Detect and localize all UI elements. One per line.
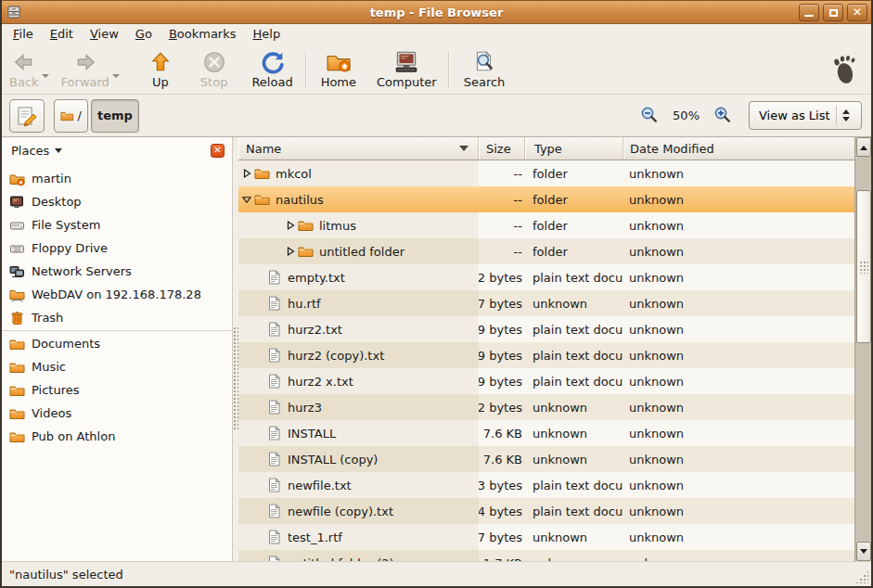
shared-folder-icon [9, 288, 25, 302]
file-row[interactable]: litmus -- folder unknown [238, 212, 854, 238]
forward-history-dropdown[interactable] [109, 46, 122, 93]
back-button[interactable]: Back [9, 46, 39, 93]
search-button[interactable]: Search [464, 46, 506, 93]
menu-bookmarks[interactable]: Bookmarks [160, 24, 245, 45]
file-row[interactable]: newfile.txt 3 bytes plain text document … [238, 472, 854, 498]
vertical-scrollbar[interactable] [854, 137, 871, 561]
sidebar-place-item[interactable]: Network Servers [2, 260, 232, 283]
file-type: plain text document [525, 472, 623, 498]
file-list: Name Size Type Date Modified mkcol -- fo… [238, 137, 854, 561]
scrollbar-thumb[interactable] [856, 190, 871, 343]
file-date-modified: unknown [623, 420, 854, 446]
file-row[interactable]: newfile (copy).txt 14 bytes plain text d… [238, 498, 854, 524]
file-icon [266, 530, 282, 544]
file-row[interactable]: nautilus -- folder unknown [238, 186, 854, 212]
statusbar: "nautilus" selected [2, 561, 871, 586]
computer-button[interactable]: Computer [377, 46, 437, 93]
toolbar-separator [448, 51, 449, 88]
file-row[interactable]: INSTALL 7.6 KB unknown unknown [238, 420, 854, 446]
file-size: -- [479, 186, 525, 212]
column-header-type[interactable]: Type [525, 137, 623, 160]
file-icon [266, 348, 282, 363]
places-selector[interactable]: Places [11, 144, 49, 158]
home-button[interactable]: Home [321, 46, 356, 93]
maximize-button[interactable] [823, 4, 843, 21]
file-row[interactable]: hurz2.txt 9 bytes plain text document un… [238, 316, 854, 342]
path-button-current[interactable]: temp [91, 99, 139, 133]
scroll-down-button[interactable] [856, 542, 871, 561]
sidebar-place-item[interactable]: Pictures [2, 378, 232, 402]
sidebar-place-item[interactable]: Floppy Drive [2, 236, 232, 260]
menu-go[interactable]: Go [127, 24, 160, 45]
file-row[interactable]: mkcol -- folder unknown [238, 160, 854, 186]
sidebar-place-item[interactable]: Documents [2, 332, 232, 355]
stop-button[interactable]: Stop [200, 46, 228, 93]
drive-icon [9, 218, 25, 233]
file-type: folder [525, 212, 623, 238]
file-row[interactable]: untitled folder -- folder unknown [238, 238, 854, 264]
expander-icon[interactable] [285, 219, 296, 232]
zoom-level[interactable]: 50% [673, 109, 700, 122]
column-header-size[interactable]: Size [479, 137, 525, 160]
sidebar-place-item[interactable]: File System [2, 213, 232, 236]
sidebar-place-item[interactable]: Trash [2, 306, 232, 329]
sidebar-place-item[interactable]: martin [2, 167, 232, 190]
file-row[interactable]: empty.txt 2 bytes plain text document un… [238, 264, 854, 290]
path-button-root[interactable]: / [54, 99, 88, 133]
thumb-grip-icon [859, 261, 868, 274]
folder-icon [9, 429, 25, 444]
menu-file[interactable]: File [5, 24, 42, 45]
column-header-name[interactable]: Name [238, 137, 479, 160]
reload-button[interactable]: Reload [251, 46, 292, 93]
file-name: test_1.rtf [288, 530, 342, 544]
up-button[interactable]: Up [148, 46, 173, 93]
file-row[interactable]: test_1.rtf 7 bytes unknown unknown [238, 524, 854, 550]
scroll-up-button[interactable] [856, 137, 871, 157]
file-row[interactable]: untitled folder (2) 1.7 KB unknown unkno… [238, 550, 854, 561]
close-sidebar-button[interactable] [211, 144, 225, 158]
expander-icon[interactable] [285, 245, 296, 258]
file-name: hurz2.txt [288, 323, 342, 337]
file-row[interactable]: hu.rtf 7 bytes unknown unknown [238, 290, 854, 316]
file-type: plain text document [525, 498, 623, 524]
file-name: hurz3 [288, 401, 322, 415]
back-history-dropdown[interactable] [39, 46, 52, 93]
expander-icon[interactable] [241, 193, 252, 206]
edit-location-button[interactable] [9, 99, 45, 133]
file-date-modified: unknown [623, 498, 854, 524]
zoom-in-button[interactable] [712, 105, 734, 126]
file-row[interactable]: hurz2 (copy).txt 9 bytes plain text docu… [238, 342, 854, 368]
file-row[interactable]: hurz2 x.txt 9 bytes plain text document … [238, 368, 854, 394]
file-size: -- [479, 160, 525, 186]
floppy-icon [9, 241, 25, 256]
menu-edit[interactable]: Edit [42, 24, 82, 45]
minimize-button[interactable] [799, 4, 819, 21]
sidebar-place-item[interactable]: Music [2, 355, 232, 378]
maximize-icon [829, 9, 838, 17]
sidebar-place-item[interactable]: WebDAV on 192.168.178.28 [2, 283, 232, 306]
sort-descending-icon [459, 146, 469, 156]
file-row[interactable]: INSTALL (copy) 7.6 KB unknown unknown [238, 446, 854, 472]
file-size: 7 bytes [479, 524, 525, 550]
titlebar[interactable]: temp - File Browser [0, 0, 873, 24]
column-header-date-modified[interactable]: Date Modified [623, 137, 854, 160]
magnifier-plus-icon [713, 107, 732, 124]
file-name: mkcol [276, 167, 312, 181]
expander-icon[interactable] [241, 167, 252, 180]
zoom-out-button[interactable] [638, 105, 661, 126]
forward-button[interactable]: Forward [61, 46, 109, 93]
folder-icon [254, 192, 270, 207]
file-name: newfile (copy).txt [288, 505, 393, 518]
view-mode-dropdown[interactable]: View as List [749, 101, 862, 130]
menu-help[interactable]: Help [245, 24, 289, 45]
sidebar-place-item[interactable]: Videos [2, 402, 232, 425]
resize-grip-icon[interactable] [855, 570, 868, 583]
file-row[interactable]: hurz3 12 bytes unknown unknown [238, 394, 854, 420]
sidebar-place-item[interactable]: Pub on Athlon [2, 425, 232, 448]
file-size: 7.6 KB [479, 420, 525, 446]
menu-view[interactable]: View [82, 24, 127, 45]
pane-splitter[interactable] [233, 137, 238, 561]
sidebar-place-item[interactable]: Desktop [2, 190, 232, 213]
file-type: folder [525, 160, 623, 186]
close-button[interactable] [847, 4, 867, 21]
